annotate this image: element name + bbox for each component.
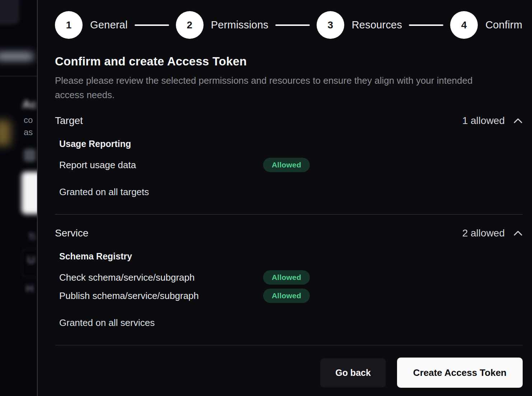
section-collapse-toggle[interactable]: 1 allowed <box>462 115 523 126</box>
permission-row: Publish schema/service/subgraph Allowed <box>59 289 523 303</box>
step-number-circle: 3 <box>317 11 344 39</box>
blurred-nav-text <box>0 52 34 60</box>
allowed-count: 2 allowed <box>462 227 505 239</box>
screen: Ac co as Ti U H 1 General 2 Permissions … <box>0 0 532 396</box>
section-service: Service 2 allowed Schema Registry Check … <box>55 227 523 328</box>
allowed-count: 1 allowed <box>462 115 505 126</box>
section-header: Service 2 allowed <box>55 227 523 239</box>
section-header: Target 1 allowed <box>55 115 523 126</box>
step-label: General <box>90 19 128 31</box>
permission-group-title: Schema Registry <box>59 251 523 262</box>
stepper-step-general[interactable]: 1 General <box>55 11 128 39</box>
create-access-token-button[interactable]: Create Access Token <box>397 358 523 388</box>
step-number: 4 <box>461 19 467 31</box>
step-number-circle: 4 <box>450 11 478 39</box>
permission-group-title: Usage Reporting <box>59 139 523 149</box>
footer-divider <box>55 345 523 345</box>
section-target: Target 1 allowed Usage Reporting Report … <box>55 115 523 198</box>
go-back-button[interactable]: Go back <box>320 358 386 387</box>
granted-note: Granted on all services <box>59 317 523 328</box>
page-title: Confirm and create Access Token <box>55 55 523 68</box>
permission-row: Report usage data Allowed <box>59 158 523 172</box>
stepper-connector <box>275 24 310 26</box>
step-label: Resources <box>352 19 402 31</box>
granted-note: Granted on all targets <box>59 187 523 198</box>
step-label: Confirm <box>485 19 522 31</box>
step-number: 2 <box>187 19 192 31</box>
modal-footer: Go back Create Access Token <box>55 358 523 388</box>
blurred-heading-fragment: Ac <box>22 98 37 111</box>
chevron-up-icon <box>513 230 523 237</box>
section-divider <box>55 214 523 215</box>
blurred-text-fragment: H <box>26 282 34 295</box>
blurred-text-fragment: Ti <box>28 231 36 243</box>
stepper-step-resources[interactable]: 3 Resources <box>317 11 402 39</box>
chevron-up-icon <box>513 117 523 124</box>
stepper-step-permissions[interactable]: 2 Permissions <box>176 11 269 39</box>
section-collapse-toggle[interactable]: 2 allowed <box>462 227 523 239</box>
stepper: 1 General 2 Permissions 3 Resources 4 Co… <box>55 11 523 39</box>
blurred-divider <box>0 76 38 77</box>
stepper-step-confirm[interactable]: 4 Confirm <box>450 11 522 39</box>
blurred-accent-blob <box>0 120 11 146</box>
step-number: 1 <box>66 19 72 31</box>
stepper-connector <box>135 24 169 26</box>
status-badge: Allowed <box>263 289 310 303</box>
permission-label: Report usage data <box>59 160 263 171</box>
permission-label: Check schema/service/subgraph <box>59 272 263 283</box>
blurred-logo-tile <box>0 0 19 24</box>
step-number: 3 <box>327 19 333 31</box>
stepper-connector <box>409 24 443 26</box>
section-title: Target <box>55 115 83 126</box>
step-number-circle: 1 <box>55 11 83 39</box>
section-title: Service <box>55 227 88 239</box>
step-label: Permissions <box>211 19 269 31</box>
status-badge: Allowed <box>263 270 310 285</box>
step-number-circle: 2 <box>176 11 204 39</box>
blurred-text-fragment: U <box>27 254 35 266</box>
permission-group-usage-reporting: Usage Reporting Report usage data Allowe… <box>59 139 523 172</box>
permission-row: Check schema/service/subgraph Allowed <box>59 270 523 285</box>
permission-label: Publish schema/service/subgraph <box>59 290 263 301</box>
create-access-token-modal: 1 General 2 Permissions 3 Resources 4 Co… <box>38 0 532 396</box>
background-app-blurred: Ac co as Ti U H <box>0 0 38 396</box>
page-description: Please please review the selected permis… <box>55 73 496 102</box>
blurred-card-fragment <box>22 172 38 214</box>
blurred-button-fragment <box>24 149 36 162</box>
blurred-text-fragment: co <box>24 115 33 125</box>
status-badge: Allowed <box>263 158 310 172</box>
blurred-text-fragment: as <box>24 127 33 137</box>
permission-group-schema-registry: Schema Registry Check schema/service/sub… <box>59 251 523 303</box>
